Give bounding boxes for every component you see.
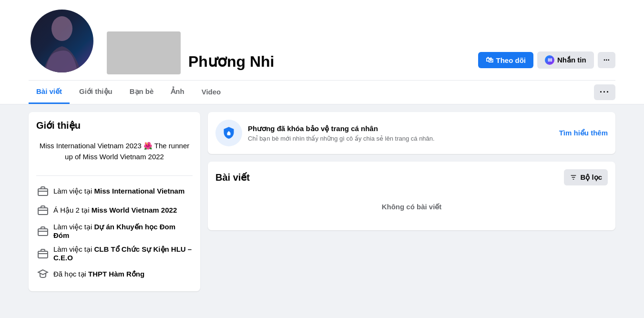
intro-item-work-3: Làm việc tại Dự án Khuyến học Đom Đóm <box>36 220 193 242</box>
intro-bio: Miss International Vietnam 2023 🌺 The ru… <box>36 137 193 170</box>
privacy-icon-wrapper <box>215 120 242 146</box>
posts-header: Bài viết Bộ lọc <box>215 169 608 185</box>
svg-rect-5 <box>38 229 48 236</box>
nav-more-button[interactable]: ··· <box>594 84 615 100</box>
school-icon <box>36 267 50 281</box>
intro-item-work-1: Làm việc tại Miss International Vietnam <box>36 182 193 201</box>
privacy-notice: Phương đã khóa bảo vệ trang cá nhân Chỉ … <box>208 112 615 154</box>
intro-divider <box>36 175 193 176</box>
messenger-icon: ✉ <box>545 55 554 65</box>
filter-label: Bộ lọc <box>580 173 602 182</box>
more-actions-button[interactable]: ··· <box>598 52 615 68</box>
svg-rect-3 <box>38 208 48 215</box>
svg-rect-1 <box>38 189 48 195</box>
privacy-description: Chỉ bạn bè mới nhìn thấy những gì cô ấy … <box>248 135 553 142</box>
no-posts-message: Không có bài viết <box>215 191 608 223</box>
posts-title: Bài viết <box>215 172 250 183</box>
tab-ban-be[interactable]: Bạn bè <box>122 81 162 104</box>
svg-point-0 <box>51 16 72 41</box>
intro-work-1-text: Làm việc tại Miss International Vietnam <box>53 187 184 195</box>
briefcase-icon-3 <box>36 225 50 238</box>
learn-more-button[interactable]: Tìm hiểu thêm <box>559 129 608 137</box>
content-area: Giới thiệu Miss International Vietnam 20… <box>0 104 644 299</box>
intro-item-school: Đã học tại THPT Hàm Rồng <box>36 265 193 284</box>
intro-item-work-2: Á Hậu 2 tại Miss World Vietnam 2022 <box>36 201 193 220</box>
briefcase-icon-2 <box>36 204 50 217</box>
intro-work-4-text: Làm việc tại CLB Tổ Chức Sự Kiện HLU – C… <box>53 245 193 262</box>
intro-card: Giới thiệu Miss International Vietnam 20… <box>29 112 200 291</box>
posts-section: Bài viết Bộ lọc Không có bài viết <box>208 162 615 230</box>
profile-nav: Bài viết Giới thiệu Bạn bè Ảnh Video ··· <box>29 80 615 104</box>
bag-icon: 🛍 <box>486 56 493 64</box>
intro-item-work-4: Làm việc tại CLB Tổ Chức Sự Kiện HLU – C… <box>36 242 193 265</box>
nhan-tin-button[interactable]: ✉ Nhắn tin <box>537 51 594 69</box>
intro-work-3-text: Làm việc tại Dự án Khuyến học Đom Đóm <box>53 223 193 239</box>
right-panel: Phương đã khóa bảo vệ trang cá nhân Chỉ … <box>208 112 615 291</box>
tab-video[interactable]: Video <box>194 81 229 104</box>
theo-doi-button[interactable]: 🛍 Theo dõi <box>478 52 534 68</box>
privacy-text: Phương đã khóa bảo vệ trang cá nhân Chỉ … <box>248 124 553 142</box>
briefcase-icon-4 <box>36 247 50 260</box>
filter-icon <box>570 174 577 181</box>
tab-anh[interactable]: Ảnh <box>163 81 192 104</box>
left-panel: Giới thiệu Miss International Vietnam 20… <box>29 112 200 291</box>
intro-title: Giới thiệu <box>36 120 193 131</box>
profile-header: Phương Nhi 🛍 Theo dõi ✉ Nhắn tin ··· Bài… <box>0 0 644 104</box>
name-area: Phương Nhi <box>188 52 470 74</box>
profile-top: Phương Nhi 🛍 Theo dõi ✉ Nhắn tin ··· <box>29 0 615 80</box>
cover-photo-placeholder <box>107 31 181 74</box>
tab-gioi-thieu[interactable]: Giới thiệu <box>72 81 120 104</box>
header-actions: 🛍 Theo dõi ✉ Nhắn tin ··· <box>478 51 616 74</box>
profile-name: Phương Nhi <box>188 52 470 71</box>
svg-rect-7 <box>38 251 48 258</box>
intro-work-2-text: Á Hậu 2 tại Miss World Vietnam 2022 <box>53 206 177 215</box>
briefcase-icon-1 <box>36 185 50 198</box>
intro-school-text: Đã học tại THPT Hàm Rồng <box>53 270 144 278</box>
tab-bai-viet[interactable]: Bài viết <box>29 81 70 104</box>
privacy-title: Phương đã khóa bảo vệ trang cá nhân <box>248 124 553 133</box>
avatar <box>29 8 95 74</box>
filter-button[interactable]: Bộ lọc <box>564 169 608 185</box>
